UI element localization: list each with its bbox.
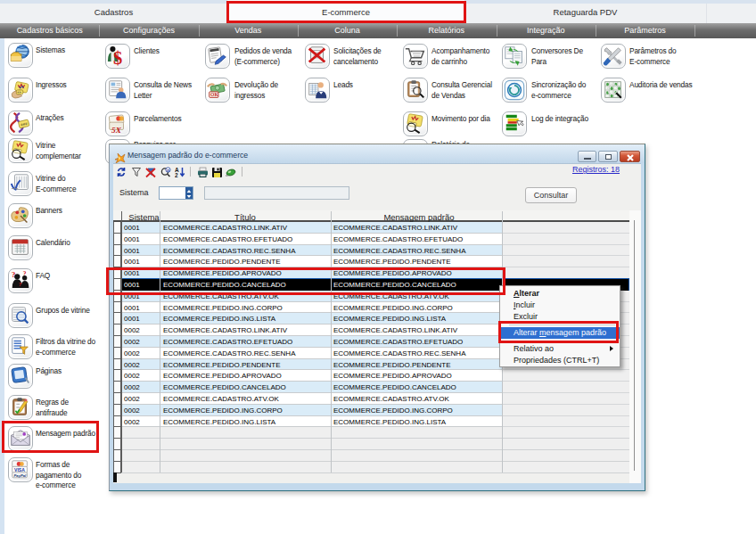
svg-text:PayPal: PayPal [14, 473, 27, 478]
svg-text:OK: OK [210, 92, 218, 97]
svg-text:$: $ [113, 48, 122, 68]
svg-text:5X: 5X [111, 126, 122, 135]
svg-text:2: 2 [175, 172, 178, 178]
svg-text:?: ? [19, 281, 22, 288]
svg-text:«»: «» [17, 90, 21, 94]
